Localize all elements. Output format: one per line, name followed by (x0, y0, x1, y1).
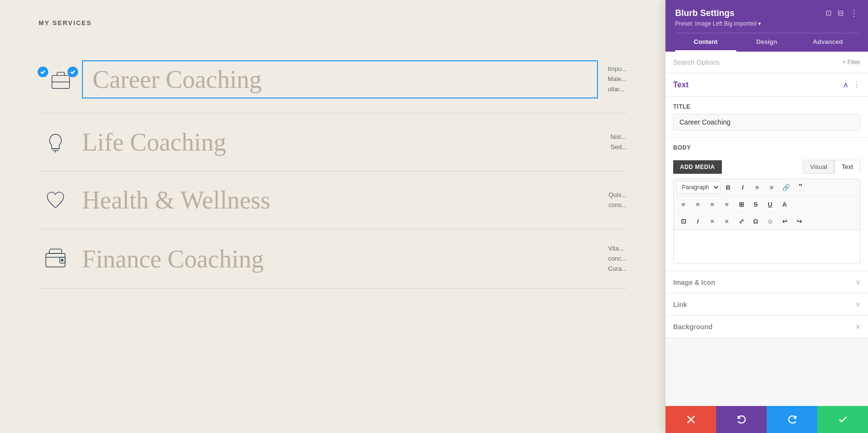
service-title-career[interactable]: Career Coaching (82, 60, 598, 98)
panel-tabs: Content Design Advanced (675, 33, 858, 52)
image-icon-chevron: ∨ (855, 278, 860, 286)
body-field-group: Body ADD MEDIA Visual Text Paragraph (665, 138, 868, 271)
underline-button[interactable]: U (763, 198, 777, 210)
title-label: Title (673, 103, 860, 110)
panel-header-icons: ⊡ ⊟ ⋮ (826, 8, 858, 18)
service-item-career[interactable]: Career Coaching Impu...Male...ullar... (39, 46, 627, 113)
service-item-finance[interactable]: Finance Coaching Vita...conc...Cura... (39, 229, 627, 289)
background-label: Background (673, 323, 713, 331)
link-label: Link (673, 301, 687, 308)
service-text-life: Nisl...Sed... (610, 132, 627, 153)
emoji-button[interactable]: ☺ (763, 215, 777, 227)
save-button[interactable] (817, 406, 868, 433)
align-justify-button[interactable]: ≡ (720, 198, 733, 210)
image-icon-section[interactable]: Image & Icon ∨ (665, 271, 868, 293)
panel-preset[interactable]: Preset: Image Left Big imported ▾ (675, 20, 858, 27)
editor-tabs: Visual Text (803, 160, 860, 174)
title-field-group: Title (665, 97, 868, 138)
redo-editor-button[interactable]: ↪ (792, 215, 806, 227)
text-section-title: Text (673, 81, 689, 89)
table-button[interactable]: ⊞ (734, 198, 748, 210)
section-more-icon[interactable]: ⋮ (853, 80, 860, 89)
bold-button[interactable]: B (721, 181, 735, 194)
more-icon[interactable]: ⋮ (850, 8, 858, 18)
tab-text[interactable]: Text (834, 160, 860, 174)
tab-content[interactable]: Content (675, 33, 736, 52)
tab-design[interactable]: Design (736, 33, 798, 52)
panel-footer (665, 406, 868, 433)
toolbar-row-2: ≡ ≡ ≡ ≡ ⊞ S U A (674, 196, 860, 213)
panel-body: + Filter Text ∧ ⋮ Title Body (665, 52, 868, 406)
indent-button[interactable]: ≡ (705, 215, 719, 227)
outdent-button[interactable]: ≡ (720, 215, 733, 227)
search-input[interactable] (673, 52, 842, 73)
special-chars-button[interactable]: Ω (749, 215, 762, 227)
unordered-list-button[interactable]: ≡ (750, 181, 764, 194)
text-section-header: Text ∧ ⋮ (665, 73, 868, 97)
image-icon-label: Image & Icon (673, 279, 715, 286)
toolbar-row-1: Paragraph B I ≡ ≡ 🔗 " (674, 179, 860, 196)
ordered-list-button[interactable]: ≡ (765, 181, 778, 194)
panel-header: Blurb Settings ⊡ ⊟ ⋮ Preset: Image Left … (665, 0, 868, 52)
tab-advanced[interactable]: Advanced (797, 33, 858, 52)
undo-button[interactable] (716, 406, 767, 433)
italic2-button[interactable]: I (691, 215, 705, 227)
title-input[interactable] (673, 114, 860, 130)
cancel-button[interactable] (665, 406, 716, 433)
undo-editor-button[interactable]: ↩ (778, 215, 791, 227)
blockquote-button[interactable]: " (794, 181, 807, 194)
settings-panel: Blurb Settings ⊡ ⊟ ⋮ Preset: Image Left … (665, 0, 868, 433)
background-chevron: ∨ (855, 322, 860, 331)
service-icon-career (39, 68, 72, 92)
align-right-button[interactable]: ≡ (705, 198, 719, 210)
body-header: Body (673, 144, 860, 155)
link-button[interactable]: 🔗 (779, 181, 793, 194)
page-title: MY SERVICES (39, 19, 627, 27)
align-center-button[interactable]: ≡ (691, 198, 705, 210)
service-icon-life (39, 130, 72, 154)
service-title-life[interactable]: Life Coaching (82, 128, 601, 156)
panel-title: Blurb Settings (675, 8, 734, 18)
fullscreen-button[interactable]: ⤢ (734, 215, 748, 227)
strikethrough-button[interactable]: S (749, 198, 762, 210)
service-text-career: Impu...Male...ullar... (608, 64, 627, 94)
search-bar: + Filter (665, 52, 868, 73)
link-chevron: ∨ (855, 300, 860, 308)
redo-button[interactable] (767, 406, 817, 433)
svg-point-7 (61, 259, 63, 261)
service-title-finance[interactable]: Finance Coaching (82, 245, 598, 273)
service-text-health: Quis...cons... (609, 190, 627, 210)
align-left-button[interactable]: ≡ (677, 198, 690, 210)
resize-icon[interactable]: ⊡ (826, 9, 832, 17)
italic-button[interactable]: I (736, 181, 749, 194)
toolbar-row-3: ⊡ I ≡ ≡ ⤢ Ω ☺ ↩ ↪ (674, 213, 860, 230)
color-button[interactable]: A (778, 198, 791, 210)
service-item-health[interactable]: Health & Wellness Quis...cons... (39, 171, 627, 229)
columns-icon[interactable]: ⊟ (838, 9, 844, 17)
service-list: Career Coaching Impu...Male...ullar... L… (39, 46, 627, 289)
paragraph-select[interactable]: Paragraph (677, 181, 720, 194)
collapse-icon[interactable]: ∧ (843, 80, 849, 89)
tab-visual[interactable]: Visual (803, 160, 834, 174)
service-text-finance: Vita...conc...Cura... (608, 244, 627, 274)
service-icon-health (39, 188, 72, 212)
service-item-life[interactable]: Life Coaching Nisl...Sed... (39, 113, 627, 171)
editor-content-area[interactable] (674, 230, 860, 264)
add-media-button[interactable]: ADD MEDIA (673, 160, 722, 174)
paste-text-button[interactable]: ⊡ (677, 215, 690, 227)
section-header-icons: ∧ ⋮ (843, 80, 860, 89)
body-label: Body (673, 144, 691, 151)
link-section[interactable]: Link ∨ (665, 293, 868, 316)
filter-button[interactable]: + Filter (842, 59, 860, 66)
editor-toolbar: Paragraph B I ≡ ≡ 🔗 " ≡ ≡ ≡ ≡ (673, 179, 860, 264)
service-icon-finance (39, 247, 72, 271)
background-section[interactable]: Background ∨ (665, 316, 868, 338)
service-title-health[interactable]: Health & Wellness (82, 186, 599, 214)
